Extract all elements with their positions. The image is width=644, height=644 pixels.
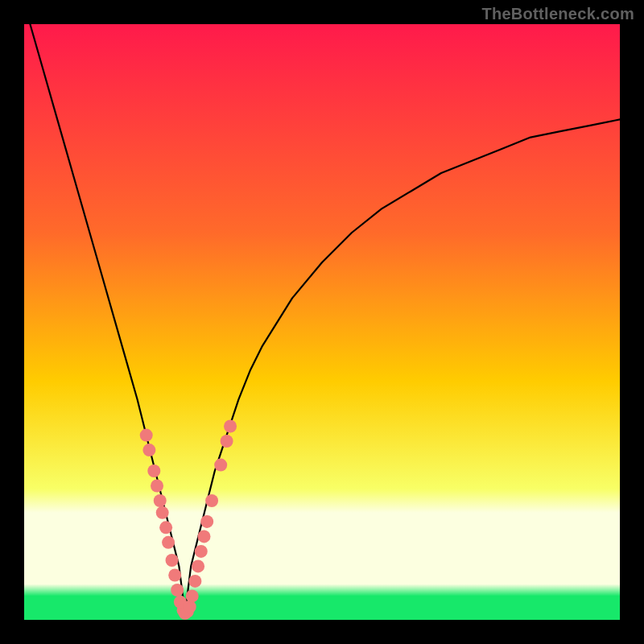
data-marker (162, 536, 175, 549)
data-marker (186, 589, 199, 602)
data-marker (188, 575, 201, 588)
watermark-text: TheBottleneck.com (481, 5, 634, 23)
data-marker (142, 444, 155, 456)
data-marker (195, 545, 208, 558)
data-marker (224, 420, 237, 433)
curve-layer (24, 24, 620, 620)
data-marker (154, 494, 167, 507)
data-marker (140, 429, 153, 442)
data-marker (184, 601, 196, 613)
data-marker (171, 584, 184, 597)
data-marker (156, 506, 169, 519)
data-marker (205, 494, 218, 507)
data-marker (159, 521, 172, 534)
bottleneck-curve (30, 24, 620, 614)
data-marker (221, 435, 233, 448)
data-marker (151, 480, 163, 493)
data-marker (200, 515, 213, 528)
data-marker (168, 569, 181, 582)
chart-frame: TheBottleneck.com (0, 0, 644, 644)
data-marker (197, 530, 210, 543)
data-marker (166, 554, 179, 567)
data-marker (214, 459, 227, 472)
data-marker (147, 464, 160, 477)
plot-area (24, 24, 620, 620)
data-marker (192, 559, 204, 572)
